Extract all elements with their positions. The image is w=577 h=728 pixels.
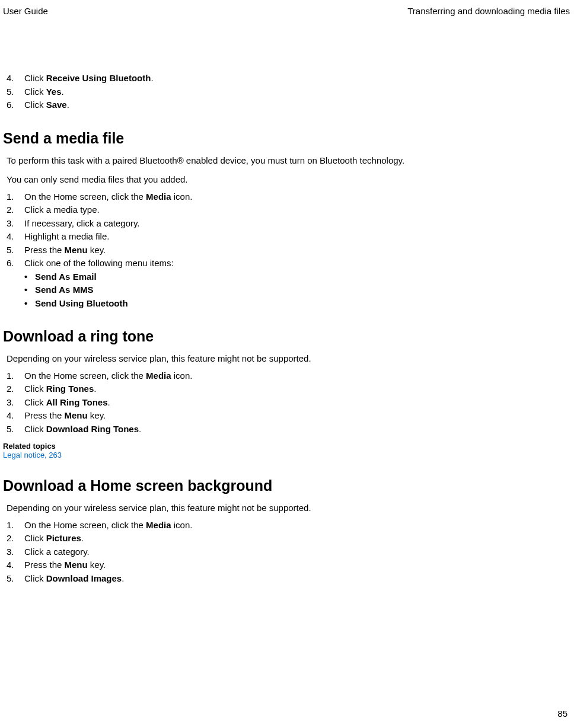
section-background-title: Download a Home screen background	[3, 477, 570, 494]
section-send-media-list: 1.On the Home screen, click the Media ic…	[3, 190, 570, 270]
list-item-text: On the Home screen, click the Media icon…	[24, 369, 570, 383]
list-item-text: Click Ring Tones.	[24, 382, 570, 396]
section-background-list: 1.On the Home screen, click the Media ic…	[3, 519, 570, 586]
list-item: 4.Press the Menu key.	[3, 558, 570, 572]
bullet-marker: •	[24, 297, 35, 311]
top-list: 4.Click Receive Using Bluetooth.5.Click …	[3, 72, 570, 112]
list-item-number: 4.	[3, 409, 24, 423]
list-item-text: On the Home screen, click the Media icon…	[24, 190, 570, 204]
bullet-item: •Send As MMS	[3, 283, 570, 297]
list-item: 3.Click a category.	[3, 545, 570, 559]
list-item: 4.Press the Menu key.	[3, 409, 570, 423]
list-item: 6.Click Save.	[3, 98, 570, 112]
list-item: 5.Press the Menu key.	[3, 244, 570, 257]
list-item: 4.Highlight a media file.	[3, 230, 570, 244]
list-item: 1.On the Home screen, click the Media ic…	[3, 190, 570, 204]
list-item: 3.Click All Ring Tones.	[3, 396, 570, 410]
list-item: 2.Click Pictures.	[3, 532, 570, 545]
list-item: 3.If necessary, click a category.	[3, 217, 570, 231]
list-item-text: Click Yes.	[24, 85, 570, 99]
list-item: 5.Click Download Ring Tones.	[3, 423, 570, 436]
bullet-item: •Send As Email	[3, 270, 570, 284]
bullet-text: Send As Email	[35, 270, 570, 284]
list-item-number: 5.	[3, 85, 24, 99]
list-item-text: Press the Menu key.	[24, 244, 570, 257]
bullet-text: Send Using Bluetooth	[35, 297, 570, 311]
list-item-number: 4.	[3, 230, 24, 244]
list-item-number: 2.	[3, 382, 24, 396]
list-item-text: Highlight a media file.	[24, 230, 570, 244]
list-item-text: If necessary, click a category.	[24, 217, 570, 231]
list-item: 1.On the Home screen, click the Media ic…	[3, 369, 570, 383]
bullet-marker: •	[24, 270, 35, 284]
list-item-number: 2.	[3, 532, 24, 545]
list-item: 4.Click Receive Using Bluetooth.	[3, 72, 570, 85]
section-ring-tone-list: 1.On the Home screen, click the Media ic…	[3, 369, 570, 436]
list-item-text: Click All Ring Tones.	[24, 396, 570, 410]
list-item: 2.Click a media type.	[3, 203, 570, 217]
list-item-text: Click a media type.	[24, 203, 570, 217]
related-topics-heading: Related topics	[3, 442, 570, 451]
list-item-number: 3.	[3, 396, 24, 410]
list-item-number: 4.	[3, 558, 24, 572]
list-item-number: 1.	[3, 190, 24, 204]
list-item-number: 6.	[3, 257, 24, 270]
list-item-text: Click one of the following menu items:	[24, 257, 570, 270]
section-send-media-intro: To perform this task with a paired Bluet…	[3, 154, 570, 168]
list-item-number: 4.	[3, 72, 24, 85]
section-send-media-lead: You can only send media files that you a…	[3, 173, 570, 187]
list-item-text: Click Receive Using Bluetooth.	[24, 72, 570, 85]
bullet-marker: •	[24, 283, 35, 297]
section-send-media-title: Send a media file	[3, 130, 570, 147]
page-number: 85	[557, 708, 568, 719]
list-item-text: Press the Menu key.	[24, 409, 570, 423]
list-item: 6.Click one of the following menu items:	[3, 257, 570, 270]
section-send-media-bullets: •Send As Email•Send As MMS•Send Using Bl…	[3, 270, 570, 311]
header-right: Transferring and downloading media files	[407, 6, 570, 16]
section-background-lead: Depending on your wireless service plan,…	[3, 502, 570, 515]
list-item-text: Click Download Ring Tones.	[24, 423, 570, 436]
list-item-text: Click Download Images.	[24, 572, 570, 586]
list-item-number: 5.	[3, 572, 24, 586]
page-header: User Guide Transferring and downloading …	[3, 6, 570, 16]
list-item-number: 6.	[3, 98, 24, 112]
list-item-number: 5.	[3, 244, 24, 257]
list-item-text: Press the Menu key.	[24, 558, 570, 572]
list-item: 1.On the Home screen, click the Media ic…	[3, 519, 570, 532]
list-item: 5.Click Download Images.	[3, 572, 570, 586]
list-item-number: 3.	[3, 545, 24, 559]
bullet-text: Send As MMS	[35, 283, 570, 297]
bullet-item: •Send Using Bluetooth	[3, 297, 570, 311]
list-item-number: 2.	[3, 203, 24, 217]
section-ring-tone-lead: Depending on your wireless service plan,…	[3, 352, 570, 366]
list-item-text: On the Home screen, click the Media icon…	[24, 519, 570, 532]
list-item-number: 1.	[3, 519, 24, 532]
header-left: User Guide	[3, 6, 48, 16]
list-item: 2.Click Ring Tones.	[3, 382, 570, 396]
related-topics-link[interactable]: Legal notice, 263	[3, 451, 570, 459]
list-item-text: Click Save.	[24, 98, 570, 112]
list-item-number: 5.	[3, 423, 24, 436]
list-item-text: Click Pictures.	[24, 532, 570, 545]
list-item-text: Click a category.	[24, 545, 570, 559]
list-item-number: 1.	[3, 369, 24, 383]
list-item-number: 3.	[3, 217, 24, 231]
section-ring-tone-title: Download a ring tone	[3, 328, 570, 345]
page-content: 4.Click Receive Using Bluetooth.5.Click …	[3, 72, 570, 585]
list-item: 5.Click Yes.	[3, 85, 570, 99]
